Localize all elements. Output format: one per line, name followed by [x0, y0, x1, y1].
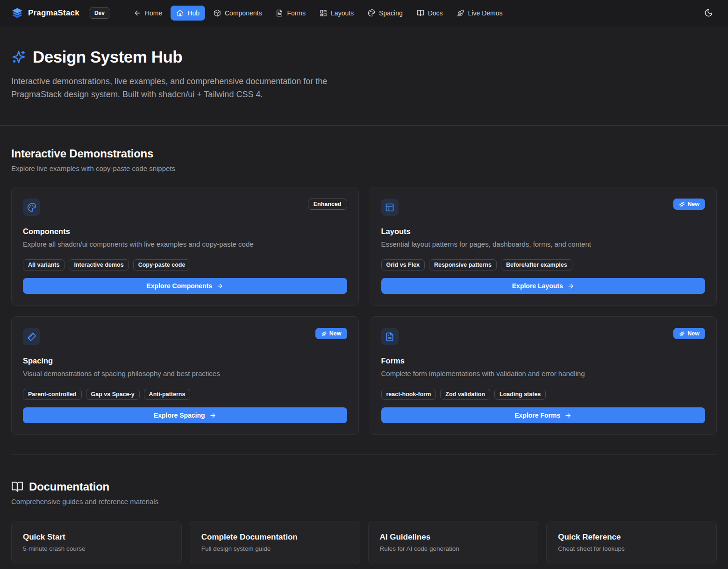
explore-layouts-button[interactable]: Explore Layouts [381, 278, 706, 294]
arrow-right-icon [209, 412, 216, 419]
ruler-icon [23, 328, 40, 345]
button-label: Explore Layouts [512, 282, 563, 290]
file-text-icon [276, 9, 283, 17]
sparkles-icon [679, 331, 685, 337]
tag: Interactive demos [69, 259, 128, 270]
demo-card-forms: New Forms Complete form implementations … [370, 316, 717, 435]
tag: react-hook-form [381, 389, 436, 400]
card-description: Explore all shadcn/ui components with li… [23, 240, 347, 248]
palette-icon [368, 9, 375, 17]
nav-item-components[interactable]: Components [208, 6, 267, 21]
layers-logo-icon [11, 7, 23, 19]
theme-toggle-button[interactable] [700, 5, 717, 21]
button-label: Explore Components [146, 282, 212, 290]
moon-icon [704, 8, 713, 17]
badge-label: New [687, 330, 699, 337]
badge-label: New [329, 330, 342, 337]
nav-item-layouts[interactable]: Layouts [314, 6, 359, 21]
card-description: Complete form implementations with valid… [381, 370, 706, 377]
badge-label: New [687, 201, 699, 207]
book-open-icon [417, 9, 424, 17]
sparkles-icon [679, 201, 685, 207]
brand[interactable]: PragmaStack Dev [11, 7, 110, 19]
new-badge: New [315, 328, 347, 339]
documentation-heading: Documentation [29, 480, 109, 493]
env-badge: Dev [89, 7, 110, 19]
button-label: Explore Spacing [154, 412, 205, 419]
doc-card-subtitle: Full design system guide [201, 545, 349, 552]
demos-section: Interactive Demonstrations Explore live … [11, 126, 717, 435]
explore-spacing-button[interactable]: Explore Spacing [23, 407, 347, 423]
nav-item-label: Layouts [331, 9, 354, 17]
book-open-icon [11, 481, 23, 493]
badge-label: Enhanced [314, 201, 342, 207]
tag: Grid vs Flex [381, 259, 425, 270]
tag: Copy-paste code [133, 259, 191, 270]
page: PragmaStack Dev Home Hub Components Form… [0, 0, 728, 569]
tag-row: react-hook-form Zod validation Loading s… [381, 389, 706, 400]
card-title: Forms [381, 356, 706, 365]
doc-card-title: Complete Documentation [201, 533, 349, 542]
doc-card-title: AI Guidelines [380, 533, 527, 542]
nav-item-hub[interactable]: Hub [171, 6, 205, 21]
tag: Zod validation [440, 389, 490, 400]
arrow-right-icon [567, 283, 574, 290]
sparkles-icon [11, 50, 26, 64]
demos-heading: Interactive Demonstrations [11, 147, 717, 160]
demos-subheading: Explore live examples with copy-paste co… [11, 164, 717, 172]
doc-card-complete-documentation[interactable]: Complete Documentation Full design syste… [190, 521, 360, 564]
nav-item-docs[interactable]: Docs [411, 6, 449, 21]
explore-forms-button[interactable]: Explore Forms [381, 407, 706, 423]
tag: Loading states [494, 389, 546, 400]
tag-row: All variants Interactive demos Copy-past… [23, 259, 347, 270]
tag: Parent-controlled [23, 389, 82, 400]
doc-card-quick-start[interactable]: Quick Start 5-minute crash course [11, 521, 182, 564]
tag: All variants [23, 259, 64, 270]
rocket-icon [457, 9, 464, 17]
doc-card-quick-reference[interactable]: Quick Reference Cheat sheet for lookups [546, 521, 717, 564]
demo-card-layouts: New Layouts Essential layout patterns fo… [370, 187, 717, 306]
arrow-right-icon [216, 283, 223, 290]
demo-card-components: Enhanced Components Explore all shadcn/u… [11, 187, 359, 306]
nav-item-label: Home [145, 9, 162, 17]
tag: Responsive patterns [429, 259, 497, 270]
doc-card-subtitle: Rules for AI code generation [380, 545, 527, 552]
doc-card-title: Quick Start [23, 533, 170, 542]
tag: Gap vs Space-y [86, 389, 140, 400]
nav-item-label: Spacing [379, 9, 403, 17]
card-title: Components [23, 227, 347, 236]
demo-card-grid: Enhanced Components Explore all shadcn/u… [11, 187, 717, 435]
sparkles-icon [321, 331, 327, 337]
nav-item-home[interactable]: Home [128, 6, 168, 21]
tag-row: Parent-controlled Gap vs Space-y Anti-pa… [23, 389, 347, 400]
page-title: Design System Hub [33, 48, 182, 66]
new-badge: New [673, 199, 705, 210]
tag: Before/after examples [501, 259, 572, 270]
documentation-subheading: Comprehensive guides and reference mater… [11, 498, 717, 505]
nav-item-label: Docs [428, 9, 443, 17]
arrow-right-icon [564, 412, 571, 419]
file-text-icon [381, 328, 399, 345]
nav-item-live-demos[interactable]: Live Demos [451, 6, 508, 21]
package-icon [214, 9, 221, 17]
hero-section: Design System Hub Interactive demonstrat… [0, 26, 728, 126]
main-content: Interactive Demonstrations Explore live … [0, 126, 728, 569]
explore-components-button[interactable]: Explore Components [23, 278, 347, 294]
main-nav: Home Hub Components Forms Layouts Spacin… [128, 6, 508, 21]
nav-item-label: Components [225, 9, 262, 17]
nav-item-forms[interactable]: Forms [270, 6, 311, 21]
new-badge: New [673, 328, 705, 339]
tag-row: Grid vs Flex Responsive patterns Before/… [381, 259, 706, 270]
palette-icon [23, 199, 40, 216]
nav-item-spacing[interactable]: Spacing [362, 6, 408, 21]
layout-grid-icon [320, 9, 327, 17]
enhanced-badge: Enhanced [308, 199, 347, 210]
doc-card-ai-guidelines[interactable]: AI Guidelines Rules for AI code generati… [368, 521, 539, 564]
button-label: Explore Forms [514, 412, 560, 419]
doc-card-title: Quick Reference [558, 533, 705, 542]
doc-card-grid: Quick Start 5-minute crash course Comple… [11, 521, 717, 564]
home-icon [176, 9, 184, 17]
tag: Anti-patterns [144, 389, 191, 400]
nav-item-label: Live Demos [468, 9, 503, 17]
panels-top-icon [381, 199, 399, 216]
